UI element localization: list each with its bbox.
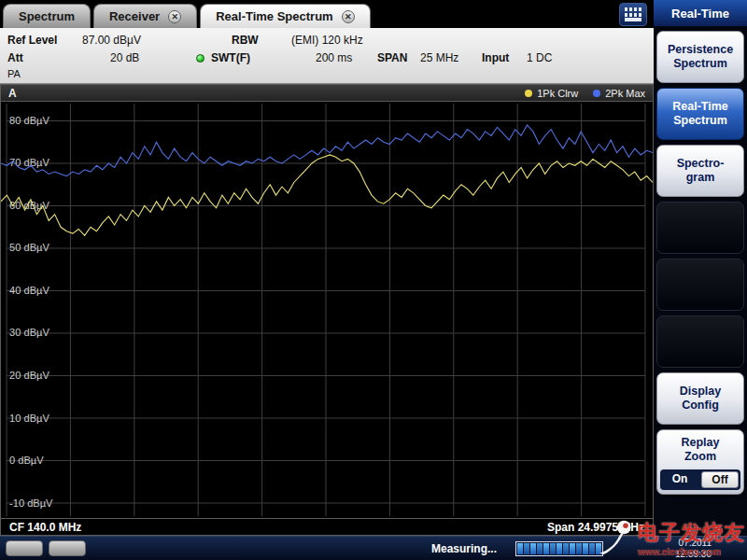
tab-bar: Spectrum Receiver ✕ Real-Time Spectrum ✕: [0, 0, 654, 28]
svg-text:20 dBµV: 20 dBµV: [9, 370, 49, 381]
softkey-menu-title: Real-Time: [654, 0, 747, 26]
progress-segment: [517, 543, 523, 554]
progress-segment: [550, 543, 556, 554]
spectrum-plot-canvas: 80 dBµV70 dBµV60 dBµV50 dBµV40 dBµV30 dB…: [1, 102, 653, 518]
replay-zoom-on-option[interactable]: On: [662, 471, 698, 488]
progress-segment: [576, 543, 582, 554]
replay-zoom-off-option[interactable]: Off: [701, 471, 739, 488]
rbw-label: RBW: [232, 34, 259, 47]
att-value[interactable]: 20 dB: [110, 51, 139, 64]
elecfans-watermark: 电子发烧友 www.elecfans.com: [595, 517, 745, 558]
span-label: SPAN: [377, 51, 407, 64]
tab-real-time-spectrum-label: Real-Time Spectrum: [216, 9, 332, 23]
trace2-label: 2Pk Max: [605, 88, 645, 99]
center-frequency-value[interactable]: CF 140.0 MHz: [9, 521, 81, 534]
svg-text:10 dBµV: 10 dBµV: [9, 413, 49, 424]
progress-segment: [543, 543, 549, 554]
legend-item-2pk: 2Pk Max: [593, 88, 645, 99]
tab-real-time-spectrum[interactable]: Real-Time Spectrum ✕: [200, 4, 370, 28]
trace2-color-dot: [593, 90, 600, 97]
svg-text:40 dBµV: 40 dBµV: [9, 285, 49, 296]
measurement-settings-bar: Ref Level 87.00 dBµV RBW (EMI) 120 kHz A…: [0, 28, 654, 84]
svg-text:30 dBµV: 30 dBµV: [9, 328, 49, 339]
progress-segment: [530, 543, 536, 554]
main-area: Spectrum Receiver ✕ Real-Time Spectrum ✕: [0, 0, 654, 536]
spectrum-display: A 1Pk Clrw 2Pk Max 80 dBµV70 dBµV60 dBµ: [0, 84, 654, 536]
status-soft-button-2[interactable]: [49, 540, 86, 556]
softkey-replay-zoom[interactable]: Replay Zoom On Off: [656, 429, 744, 495]
trace-legend: 1Pk Clrw 2Pk Max: [525, 88, 645, 99]
span-value[interactable]: 25 MHz: [420, 51, 458, 64]
softkey-stack: Persistence Spectrum Real-Time Spectrum …: [654, 26, 747, 499]
watermark-url: www.elecfans.com: [638, 547, 721, 557]
trace1-color-dot: [525, 90, 532, 97]
ref-level-value[interactable]: 87.00 dBµV: [82, 34, 141, 47]
progress-segment: [570, 543, 575, 554]
replay-zoom-toggle: On Off: [660, 469, 740, 490]
input-value[interactable]: 1 DC: [527, 51, 552, 64]
input-label: Input: [482, 51, 509, 64]
ref-level-label: Ref Level: [7, 34, 57, 47]
progress-segment: [537, 543, 543, 554]
keyboard-spacebar-row: [625, 18, 641, 21]
progress-segment: [557, 543, 562, 554]
measurement-progress-bar: [515, 541, 603, 556]
status-soft-button-1[interactable]: [6, 540, 43, 556]
tab-spectrum[interactable]: Spectrum: [3, 4, 91, 28]
softkey-real-time-spectrum[interactable]: Real-Time Spectrum: [656, 88, 744, 140]
spectrum-plot: 80 dBµV70 dBµV60 dBµV50 dBµV40 dBµV30 dB…: [0, 102, 654, 518]
svg-text:-10 dBµV: -10 dBµV: [9, 497, 53, 509]
close-icon[interactable]: ✕: [168, 10, 181, 23]
softkey-spectrogram[interactable]: Spectro- gram: [656, 145, 744, 197]
tab-receiver-label: Receiver: [109, 9, 160, 23]
frequency-axis-bar: CF 140.0 MHz Span 24.9975 MHz: [0, 518, 654, 536]
softkey-blank-2: [656, 259, 744, 311]
softkey-blank-1: [656, 202, 744, 254]
trace-legend-bar: A 1Pk Clrw 2Pk Max: [0, 84, 654, 102]
svg-text:0 dBµV: 0 dBµV: [9, 455, 44, 466]
screen-a-label: A: [8, 87, 17, 100]
keyboard-keys-row: [625, 7, 641, 11]
svg-text:50 dBµV: 50 dBµV: [9, 243, 49, 254]
close-icon[interactable]: ✕: [342, 10, 355, 23]
trace1-label: 1Pk Clrw: [537, 88, 578, 99]
rocket-logo-icon: [595, 517, 636, 558]
progress-segment: [524, 543, 529, 554]
swt-value[interactable]: 200 ms: [316, 51, 352, 64]
swt-label: SWT(F): [211, 51, 250, 64]
softkey-sidebar: Real-Time Persistence Spectrum Real-Time…: [654, 0, 747, 536]
legend-item-1pk: 1Pk Clrw: [525, 88, 578, 99]
pa-indicator: PA: [7, 68, 21, 79]
keyboard-keys-row: [625, 13, 641, 17]
att-label: Att: [7, 51, 23, 64]
progress-segment: [583, 543, 588, 554]
replay-zoom-label: Replay Zoom: [682, 436, 720, 464]
tab-spectrum-label: Spectrum: [19, 9, 75, 23]
softkey-display-config[interactable]: Display Config: [656, 372, 744, 425]
softkey-persistence-spectrum[interactable]: Persistence Spectrum: [656, 31, 744, 83]
progress-segment: [563, 543, 569, 554]
svg-text:80 dBµV: 80 dBµV: [9, 115, 49, 126]
swt-status-led: [196, 54, 204, 63]
measuring-status-text: Measuring...: [431, 542, 497, 555]
rbw-value[interactable]: (EMI) 120 kHz: [291, 34, 363, 47]
softkey-blank-3: [656, 315, 744, 368]
spectrum-analyzer-screen: Spectrum Receiver ✕ Real-Time Spectrum ✕: [0, 0, 747, 560]
watermark-title: 电子发烧友: [638, 519, 745, 547]
tab-receiver[interactable]: Receiver ✕: [93, 4, 197, 28]
onscreen-keyboard-icon[interactable]: [619, 3, 647, 26]
